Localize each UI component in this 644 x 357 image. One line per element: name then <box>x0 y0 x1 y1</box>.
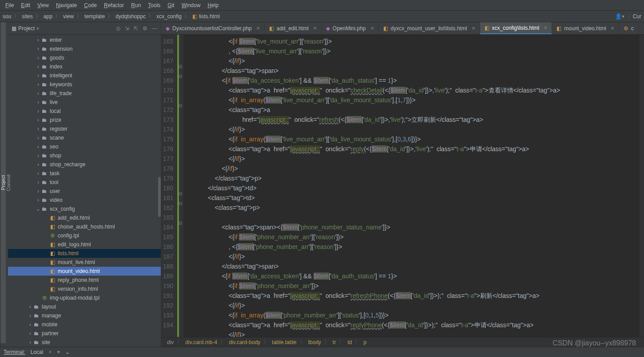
tree-folder[interactable]: ›🖿goods <box>8 53 161 62</box>
terminal-session-label[interactable]: Local <box>31 349 44 355</box>
tree-folder[interactable]: ›🖿layout <box>8 302 161 311</box>
terminal-tool[interactable]: Terminal: <box>4 349 25 355</box>
close-tab-icon[interactable]: ✕ <box>611 26 614 31</box>
tree-file[interactable]: ◧mount_video.html <box>8 267 161 276</box>
terminal-dropdown-icon[interactable]: ⌄ <box>65 349 70 355</box>
fold-icon[interactable]: ⊟ <box>179 191 182 196</box>
menu-navigate[interactable]: Navigate <box>52 2 80 8</box>
tree-folder[interactable]: ›🖿prize <box>8 116 161 124</box>
tree-file[interactable]: ⚙config.tpl <box>8 231 161 240</box>
editor-tab[interactable]: ◧add_edit.html✕ <box>265 22 322 34</box>
project-tool-tab[interactable]: Project <box>0 22 6 343</box>
fold-icon[interactable]: ⊟ <box>179 201 182 206</box>
menu-git[interactable]: Git <box>164 2 178 8</box>
tree-folder[interactable]: ›🖿tool <box>8 178 161 187</box>
tree-file[interactable]: ◧choise_audit_hosts.html <box>8 222 161 231</box>
breadcrumb-item[interactable]: sou <box>3 13 11 20</box>
watermark-text: CSDN @jiayou--yx898978 <box>553 339 636 347</box>
menu-run[interactable]: Run <box>127 2 144 8</box>
project-panel-title: Project <box>18 25 35 32</box>
menu-tools[interactable]: Tools <box>144 2 164 8</box>
menu-refactor[interactable]: Refactor <box>100 2 127 8</box>
main-menu-bar: FileEditViewNavigateCodeRefactorRunTools… <box>0 0 644 11</box>
breadcrumb-item[interactable]: xcx_config <box>156 13 182 20</box>
tree-folder[interactable]: ›🖿manage <box>8 311 161 320</box>
tree-folder[interactable]: ›🖿site <box>8 338 161 347</box>
collapse-all-icon[interactable]: ⇱ <box>134 25 138 32</box>
tree-file[interactable]: ◧add_edit.html <box>8 213 161 222</box>
editor-tab[interactable]: ⚙ c <box>619 22 639 34</box>
close-tab-icon[interactable]: ✕ <box>256 26 260 31</box>
tree-folder[interactable]: ›🖿register <box>8 124 161 133</box>
close-tab-icon[interactable]: ✕ <box>370 26 374 31</box>
menu-edit[interactable]: Edit <box>17 2 34 8</box>
structure-crumb[interactable]: p <box>362 339 368 345</box>
tree-folder[interactable]: ›🖿user <box>8 187 161 196</box>
tree-file[interactable]: ◧version_info.html <box>8 285 161 293</box>
structure-crumb[interactable]: td <box>346 339 353 345</box>
close-tab-icon[interactable]: ✕ <box>544 25 547 30</box>
hide-panel-icon[interactable]: — <box>152 25 157 32</box>
new-terminal-icon[interactable]: + <box>57 349 60 355</box>
select-opened-file-icon[interactable]: ◎ <box>116 25 120 32</box>
gutter-marks: ⊟ ⊟ ⊟ ⊟ ⊟ ⊟ <box>177 35 183 337</box>
breadcrumb-item[interactable]: view <box>63 13 74 20</box>
close-tab-icon[interactable]: ✕ <box>313 26 317 31</box>
tree-folder[interactable]: ›🖿shop_recharge <box>8 160 161 169</box>
tree-folder[interactable]: ⌄🖿xcx_config <box>8 205 161 213</box>
tree-file[interactable]: ◧edit_logo.html <box>8 240 161 249</box>
tree-folder[interactable]: ›🖿index <box>8 62 161 71</box>
fold-icon[interactable]: ⊟ <box>179 64 182 69</box>
structure-crumb[interactable]: div.card.mb-4 <box>184 339 219 345</box>
fold-icon[interactable]: ⊟ <box>179 103 182 108</box>
tree-folder[interactable]: ›🖿intelligent <box>8 71 161 80</box>
tree-folder[interactable]: ›🖿video <box>8 196 161 205</box>
structure-crumb[interactable]: table.table <box>270 339 298 345</box>
editor-tab[interactable]: ◧xcx_config\lists.html✕ <box>480 22 553 34</box>
breadcrumb-item[interactable]: dydqtshoppc <box>115 13 146 20</box>
tree-folder[interactable]: ›🖿partner <box>8 329 161 338</box>
editor-tab[interactable]: ◧mount_video.html✕ <box>552 22 619 34</box>
tree-file[interactable]: ◧reply_phone.html <box>8 276 161 285</box>
breadcrumb-item[interactable]: app <box>44 13 52 20</box>
tree-folder[interactable]: ›🖿shop <box>8 151 161 160</box>
project-tree[interactable]: ›🖿enter›🖿extension›🖿goods›🖿index›🖿intell… <box>8 35 161 347</box>
tree-file[interactable]: ⚙img-upload-modal.tpl <box>8 293 161 302</box>
tree-folder[interactable]: ›🖿keywords <box>8 80 161 89</box>
close-tab-icon[interactable]: ✕ <box>472 26 475 31</box>
expand-all-icon[interactable]: ⇲ <box>125 25 129 32</box>
tree-folder[interactable]: ›🖿task <box>8 169 161 178</box>
breadcrumb-item[interactable]: ◧ lists.html <box>192 13 220 20</box>
tree-file[interactable]: ◧mount_live.html <box>8 258 161 267</box>
fold-icon[interactable]: ⊟ <box>179 221 182 225</box>
tree-folder[interactable]: ›🖿mobile <box>8 320 161 329</box>
structure-crumb[interactable]: div <box>166 339 175 345</box>
tree-folder[interactable]: ›🖿local <box>8 107 161 116</box>
editor-tab[interactable]: ◧dyxcx_mount_user_list\lists.html✕ <box>379 22 480 34</box>
tree-folder[interactable]: ›🖿extension <box>8 44 161 53</box>
tree-folder[interactable]: ›🖿live <box>8 98 161 107</box>
tree-folder[interactable]: ›🖿enter <box>8 36 161 44</box>
user-icon[interactable]: 👤▾ <box>615 13 624 20</box>
breadcrumb-item[interactable]: template <box>84 13 105 20</box>
tree-file[interactable]: ◧lists.html <box>8 249 161 258</box>
structure-crumb[interactable]: tr <box>331 339 337 345</box>
code-editor[interactable]: <{if $item['live_mount_arr']['reason']}>… <box>183 35 640 337</box>
editor-tab[interactable]: ◆DyxcxmountuserlistController.php✕ <box>161 22 265 34</box>
menu-help[interactable]: Help <box>204 2 222 8</box>
structure-crumb[interactable]: tbody <box>307 339 322 345</box>
status-bar: Terminal: Local × + ⌄ <box>0 347 644 357</box>
menu-code[interactable]: Code <box>80 2 100 8</box>
menu-view[interactable]: View <box>34 2 52 8</box>
tree-folder[interactable]: ›🖿scane <box>8 133 161 142</box>
structure-crumb[interactable]: div.card-body <box>227 339 262 345</box>
tree-folder[interactable]: ›🖿life_trade <box>8 89 161 98</box>
menu-file[interactable]: File <box>2 2 17 8</box>
fold-icon[interactable]: ⊟ <box>179 74 182 79</box>
settings-icon[interactable]: ⚙ <box>143 25 147 32</box>
editor-tab[interactable]: ◆OpenMini.php✕ <box>322 22 379 34</box>
tree-folder[interactable]: ›🖿seo <box>8 142 161 151</box>
breadcrumb-item[interactable]: sites <box>22 13 33 20</box>
menu-window[interactable]: Window <box>178 2 204 8</box>
scrollbar-thumb[interactable] <box>158 177 161 217</box>
